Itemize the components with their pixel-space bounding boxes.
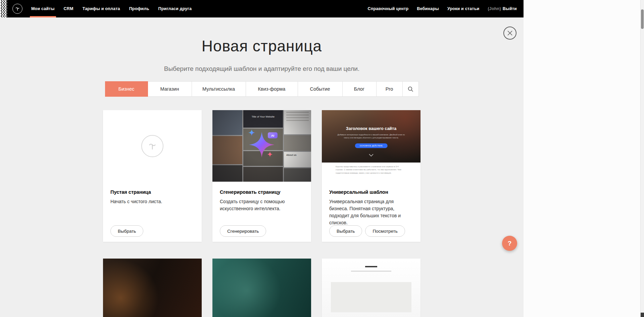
generate-button[interactable]: Сгенерировать [220, 225, 266, 237]
tab-pro[interactable]: Pro [377, 81, 403, 97]
template-card-partial [103, 259, 202, 317]
card-title: Сгенерировать страницу [220, 189, 304, 195]
close-icon [507, 31, 512, 36]
tab-event[interactable]: Событие [298, 81, 343, 97]
card-actions: Сгенерировать [220, 225, 266, 237]
ai-badge: AI [268, 132, 278, 138]
nav-item-lessons[interactable]: Уроки и статьи [447, 0, 479, 17]
nav-left-group: Мои сайты CRM Тарифы и оплата Профиль Пр… [31, 0, 201, 17]
new-page-dialog: Новая страница Выберите подходящий шабло… [0, 17, 524, 317]
tilda-logo[interactable] [12, 4, 22, 14]
nav-right-group: Справочный центр Вебинары Уроки и статьи… [359, 0, 517, 17]
navbar: Мои сайты CRM Тарифы и оплата Профиль Пр… [7, 0, 524, 17]
preview-hero: Заголовок вашего сайта Добавьте интересн… [322, 110, 420, 163]
card-description: Универсальная страница для бизнеса. Поня… [329, 198, 413, 226]
card-title: Пустая страница [110, 189, 194, 195]
template-grid: Пустая страница Начать с чистого листа. … [103, 110, 420, 317]
nav-item-help-center[interactable]: Справочный центр [368, 0, 409, 17]
nav-item-logout[interactable]: (John) Выйти [488, 0, 517, 17]
right-margin [524, 0, 640, 317]
page-title: Новая страница [0, 37, 524, 55]
preview-text-line [351, 271, 391, 272]
template-category-tabs: Бизнес Магазин Мультиссылка Квиз-форма С… [105, 81, 419, 97]
card-title: Универсальный шаблон [329, 189, 413, 195]
nav-item-plans[interactable]: Тарифы и оплата [83, 0, 120, 17]
zigzag-icon [0, 0, 7, 17]
search-icon [408, 86, 413, 92]
template-preview-dark[interactable] [103, 259, 202, 317]
template-card-blank: Пустая страница Начать с чистого листа. … [103, 110, 202, 242]
page-container: Мои сайты CRM Тарифы и оплата Профиль Пр… [0, 0, 524, 317]
close-button[interactable] [503, 27, 516, 40]
help-button[interactable]: ? [502, 236, 517, 251]
ai-template-preview[interactable]: About us Title of Your Website [212, 110, 311, 182]
choose-button[interactable]: Выбрать [110, 225, 143, 237]
preview-site-title: Title of Your Website [243, 115, 283, 118]
template-card-partial [212, 259, 311, 317]
card-body: Сгенерировать страницу Создать страницу … [212, 182, 311, 212]
chevron-down-icon [369, 154, 374, 156]
tab-business[interactable]: Бизнес [105, 81, 148, 97]
template-preview-teal[interactable] [212, 259, 311, 317]
blank-template-preview[interactable] [103, 110, 202, 182]
view-button[interactable]: Посмотреть [365, 225, 405, 237]
preview-body-text: Коротко представьтесь и расскажите о ком… [336, 165, 407, 182]
ai-sparkle-icon [238, 121, 285, 168]
tab-multilink[interactable]: Мультиссылка [192, 81, 246, 97]
tab-search[interactable] [403, 81, 419, 97]
page-subtitle: Выберите подходящий шаблон и адаптируйте… [0, 65, 524, 73]
template-card-partial [322, 259, 420, 317]
card-body: Универсальный шаблон Универсальная стран… [322, 182, 420, 226]
zigzag-pattern [0, 0, 7, 17]
tab-quiz[interactable]: Квиз-форма [246, 81, 298, 97]
preview-logo-mark [365, 266, 377, 267]
universal-template-preview[interactable]: Заголовок вашего сайта Добавьте интересн… [322, 110, 420, 182]
scrollbar-thumb[interactable] [641, 9, 644, 29]
template-card-universal: Заголовок вашего сайта Добавьте интересн… [322, 110, 420, 242]
nav-item-my-sites[interactable]: Мои сайты [31, 0, 55, 17]
preview-panel [331, 282, 411, 312]
choose-button[interactable]: Выбрать [329, 225, 362, 237]
user-name: (John) [488, 6, 501, 11]
top-navbar: Мои сайты CRM Тарифы и оплата Профиль Пр… [0, 0, 524, 17]
nav-item-invite-friend[interactable]: Пригласи друга [158, 0, 192, 17]
template-card-ai-generate: About us Title of Your Website [212, 110, 311, 242]
preview-cta-button: основное действие [355, 143, 388, 148]
card-description: Создать страницу с помощью искусственног… [220, 198, 304, 212]
nav-item-webinars[interactable]: Вебинары [417, 0, 439, 17]
nav-item-profile[interactable]: Профиль [129, 0, 149, 17]
tilda-watermark-icon [141, 135, 163, 157]
scrollbar[interactable] [640, 0, 644, 317]
template-preview-light[interactable] [322, 259, 420, 317]
card-description: Начать с чистого листа. [110, 198, 194, 205]
tab-store[interactable]: Магазин [148, 81, 192, 97]
preview-heading: Заголовок вашего сайта [322, 126, 420, 131]
card-body: Пустая страница Начать с чистого листа. [103, 182, 202, 205]
preview-text-section: Коротко представьтесь и расскажите о ком… [322, 163, 420, 182]
card-actions: Выбрать Посмотреть [329, 225, 405, 237]
tilda-logo-icon [14, 5, 21, 12]
logout-label: Выйти [503, 6, 517, 11]
card-actions: Выбрать [110, 225, 143, 237]
preview-subheading: Добавьте интересные подробности о вашей … [337, 133, 406, 139]
nav-item-crm[interactable]: CRM [64, 0, 73, 17]
scrollbar-down-button[interactable] [641, 313, 644, 317]
tab-blog[interactable]: Блог [343, 81, 377, 97]
